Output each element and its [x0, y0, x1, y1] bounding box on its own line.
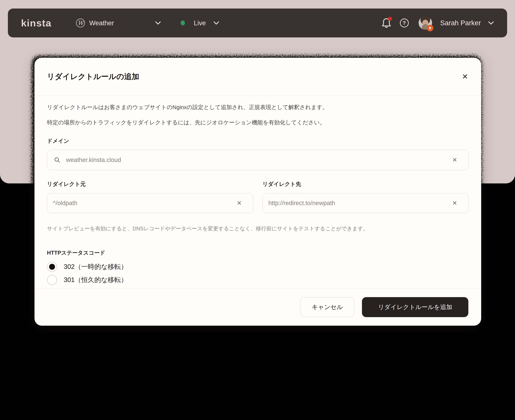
redirect-to-label: リダイレクト先	[262, 180, 469, 188]
search-icon	[54, 157, 61, 163]
domain-field-label: ドメイン	[47, 137, 469, 145]
environment-selector[interactable]: Live	[181, 19, 219, 27]
domain-search-input[interactable]: weather.kinsta.cloud ✕	[47, 150, 469, 170]
lightning-icon	[429, 26, 432, 30]
http-status-code-label: HTTPステータスコード	[47, 249, 469, 257]
clear-redirect-to-icon[interactable]: ✕	[448, 199, 462, 208]
notifications-button[interactable]	[382, 18, 391, 28]
dialog-title: リダイレクトルールの追加	[47, 72, 461, 82]
avatar-lightning-badge	[427, 25, 433, 31]
radio-button[interactable]	[47, 275, 57, 285]
top-navbar: kinsta W Weather Live ?	[8, 8, 507, 38]
radio-button[interactable]	[47, 262, 57, 272]
redirect-to-input[interactable]: http://redirect.to/newpath ✕	[262, 193, 469, 213]
redirect-to-value: http://redirect.to/newpath	[268, 200, 335, 207]
redirect-fields-row: リダイレクト元 ^/oldpath ✕ リダイレクト先 http://redir…	[47, 180, 469, 213]
radio-option-301[interactable]: 301（恒久的な移転）	[47, 274, 469, 286]
site-preview-helper-text: サイトプレビューを有効にすると、DNSレコードやデータベースを変更することなく、…	[47, 225, 469, 232]
environment-label: Live	[194, 19, 206, 27]
dialog-header: リダイレクトルールの追加 ✕	[34, 58, 481, 96]
clear-domain-icon[interactable]: ✕	[448, 156, 462, 164]
domain-input-value: weather.kinsta.cloud	[66, 157, 121, 163]
radio-option-302[interactable]: 302（一時的な移転）	[47, 261, 469, 273]
help-label: ?	[403, 20, 406, 26]
navbar-right-cluster: ? Sarah Parker	[382, 16, 494, 30]
site-selector-label: Weather	[89, 19, 114, 27]
radio-option-302-label: 302（一時的な移転）	[64, 262, 127, 271]
redirect-from-input[interactable]: ^/oldpath ✕	[47, 193, 253, 213]
chevron-down-icon	[155, 21, 161, 25]
notification-badge	[388, 17, 392, 21]
redirect-from-label: リダイレクト元	[47, 180, 253, 188]
wordpress-icon: W	[76, 19, 85, 27]
radio-option-301-label: 301（恒久的な移転）	[64, 275, 127, 284]
add-redirect-rule-dialog: リダイレクトルールの追加 ✕ リダイレクトルールはお客さまのウェブサイトのNgi…	[34, 58, 481, 326]
help-button[interactable]: ?	[400, 19, 409, 27]
kinsta-logo: kinsta	[21, 17, 51, 29]
intro-paragraph: リダイレクトルールはお客さまのウェブサイトのNginxの設定として追加され、正規…	[47, 104, 469, 111]
dialog-footer: キャンセル リダイレクトルールを追加	[34, 288, 481, 326]
intro-paragraph: 特定の場所からのトラフィックをリダイレクトするには、先にジオロケーション機能を有…	[47, 119, 469, 126]
clear-redirect-from-icon[interactable]: ✕	[232, 199, 246, 208]
user-name: Sarah Parker	[440, 19, 481, 27]
chevron-down-icon	[213, 21, 219, 25]
live-status-dot	[181, 21, 185, 25]
redirect-to-field: リダイレクト先 http://redirect.to/newpath ✕	[262, 180, 469, 213]
dialog-body: リダイレクトルールはお客さまのウェブサイトのNginxの設定として追加され、正規…	[34, 96, 481, 288]
add-redirect-rule-button[interactable]: リダイレクトルールを追加	[362, 297, 468, 317]
chevron-down-icon	[488, 21, 494, 25]
redirect-from-value: ^/oldpath	[53, 200, 77, 207]
user-avatar[interactable]	[419, 16, 432, 30]
redirect-from-field: リダイレクト元 ^/oldpath ✕	[47, 180, 253, 213]
site-selector[interactable]: W Weather	[76, 19, 161, 27]
radio-selected-dot	[49, 264, 55, 270]
close-icon[interactable]: ✕	[461, 72, 469, 82]
cancel-button[interactable]: キャンセル	[300, 297, 354, 317]
